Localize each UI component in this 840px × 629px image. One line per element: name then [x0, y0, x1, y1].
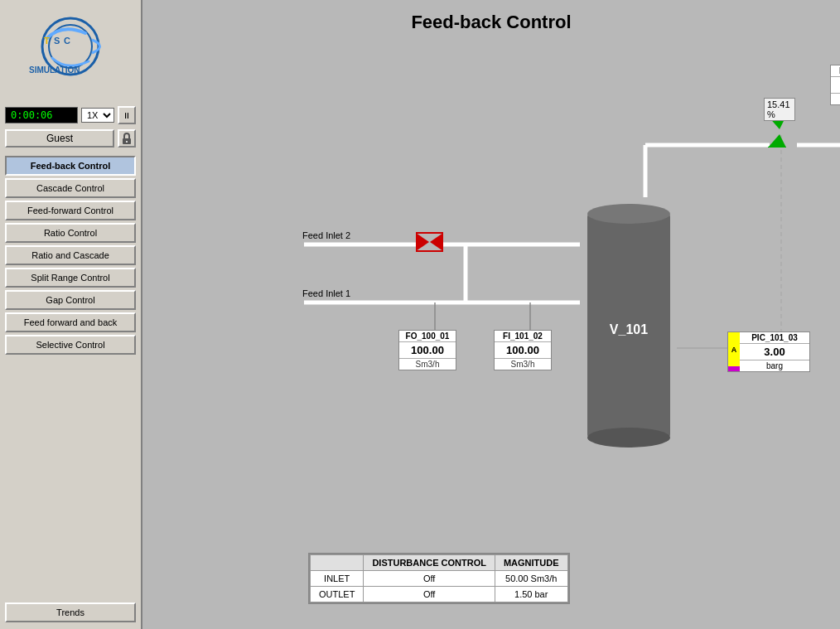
nav-ratio-cascade[interactable]: Ratio and Cascade [5, 245, 136, 265]
col-header-label [311, 555, 364, 571]
red-valve[interactable] [416, 229, 443, 259]
feed-inlet-2-label: Feed Inlet 2 [302, 230, 350, 240]
row-inlet-control[interactable]: Off [364, 571, 495, 587]
nav-gap[interactable]: Gap Control [5, 290, 136, 310]
svg-marker-25 [416, 233, 429, 251]
row-outlet-magnitude: 1.50 bar [495, 587, 567, 602]
disturbance-table: DISTURBANCE CONTROL MAGNITUDE INLET Off … [308, 553, 570, 604]
lock-icon [121, 133, 133, 144]
pic-side: A [728, 332, 740, 371]
trends-button[interactable]: Trends [5, 602, 136, 622]
lock-button[interactable] [118, 129, 136, 148]
instrument-fi-101-04[interactable]: FI_101_04 100.00 Sm3/h [830, 65, 840, 105]
guest-button[interactable]: Guest [5, 129, 114, 148]
pause-button[interactable]: ⏸ [118, 106, 136, 124]
pic-content: PIC_101_03 3.00 barg [740, 332, 809, 371]
col-header-magnitude: MAGNITUDE [495, 555, 567, 571]
pic-101-03-id: PIC_101_03 [740, 332, 809, 344]
nav-feedback[interactable]: Feed-back Control [5, 156, 136, 176]
svg-point-7 [126, 141, 128, 143]
instrument-fo-100-01[interactable]: FO_100_01 100.00 Sm3/h [398, 330, 456, 370]
page-title: Feed-back Control [142, 0, 840, 33]
timer-display: 0:00:06 [5, 107, 78, 123]
svg-marker-26 [430, 233, 443, 251]
fi-101-02-unit: Sm3/h [495, 358, 551, 370]
fo-100-01-unit: Sm3/h [399, 358, 456, 370]
nav-ratio[interactable]: Ratio Control [5, 223, 136, 243]
nav-selective[interactable]: Selective Control [5, 335, 136, 355]
nav-feedforward[interactable]: Feed-forward Control [5, 201, 136, 220]
svg-point-23 [587, 428, 670, 448]
svg-marker-30 [768, 134, 786, 148]
svg-point-22 [587, 204, 670, 224]
instrument-fi-101-02[interactable]: FI_101_02 100.00 Sm3/h [494, 330, 552, 370]
main-area: Feed-back Control FI_101_04 100.00 Sm [142, 0, 840, 629]
nav-cascade[interactable]: Cascade Control [5, 178, 136, 198]
col-header-control: DISTURBANCE CONTROL [364, 555, 495, 571]
logo-area: T S C SIMULATION [8, 7, 133, 98]
green-valve[interactable]: 15.41 % [764, 116, 795, 151]
fi-101-04-value: 100.00 [831, 77, 840, 93]
row-inlet-magnitude: 50.00 Sm3/h [495, 571, 567, 587]
pic-mode-indicator: A [728, 332, 740, 366]
vessel-v101: V_101 [579, 197, 678, 466]
pic-101-03-unit: barg [740, 360, 809, 371]
table-row: INLET Off 50.00 Sm3/h [311, 571, 568, 587]
valve-percent-label: 15.41 % [764, 98, 795, 121]
svg-text:S: S [54, 36, 60, 46]
disturbance-data-table: DISTURBANCE CONTROL MAGNITUDE INLET Off … [310, 554, 568, 602]
row-outlet-label: OUTLET [311, 587, 364, 602]
red-valve-svg [416, 229, 443, 256]
pic-output-indicator [728, 366, 740, 371]
instrument-pic-101-03[interactable]: A PIC_101_03 3.00 barg [727, 331, 810, 372]
table-row: OUTLET Off 1.50 bar [311, 587, 568, 602]
fi-101-02-id: FI_101_02 [495, 331, 551, 342]
vessel-svg: V_101 [579, 197, 678, 462]
nav-split-range[interactable]: Split Range Control [5, 268, 136, 288]
svg-text:C: C [64, 36, 70, 46]
pipeline-svg [142, 0, 840, 629]
row-inlet-label: INLET [311, 571, 364, 587]
tsc-logo: T S C SIMULATION [12, 15, 128, 90]
fi-101-04-unit: Sm3/h [831, 93, 840, 104]
fi-101-04-id: FI_101_04 [831, 65, 840, 77]
fo-100-01-id: FO_100_01 [399, 331, 456, 342]
svg-text:T: T [44, 36, 50, 46]
pic-101-03-value: 3.00 [740, 344, 809, 360]
controls-row: 0:00:06 1X 2X 5X ⏸ [5, 106, 136, 124]
feed-inlet-1-label: Feed Inlet 1 [302, 288, 350, 298]
sidebar: T S C SIMULATION 0:00:06 1X 2X 5X ⏸ Gues… [0, 0, 142, 629]
svg-text:V_101: V_101 [610, 322, 648, 336]
guest-row: Guest [5, 129, 136, 148]
fo-100-01-value: 100.00 [399, 342, 456, 358]
speed-select[interactable]: 1X 2X 5X [81, 108, 114, 123]
svg-text:SIMULATION: SIMULATION [29, 65, 80, 75]
fi-101-02-value: 100.00 [495, 342, 551, 358]
row-outlet-control[interactable]: Off [364, 587, 495, 602]
nav-feed-fwd-back[interactable]: Feed forward and back [5, 312, 136, 332]
